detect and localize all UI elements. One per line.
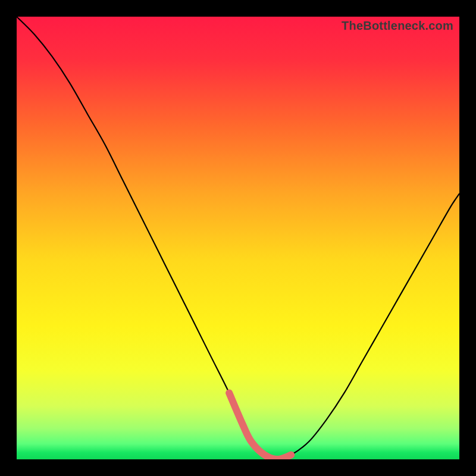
bottleneck-curve	[17, 17, 459, 459]
bottleneck-highlight	[229, 393, 291, 459]
plot-area: TheBottleneck.com	[17, 17, 459, 459]
chart-frame: TheBottleneck.com	[0, 0, 476, 476]
curve-layer	[17, 17, 459, 459]
watermark-text: TheBottleneck.com	[342, 19, 453, 33]
